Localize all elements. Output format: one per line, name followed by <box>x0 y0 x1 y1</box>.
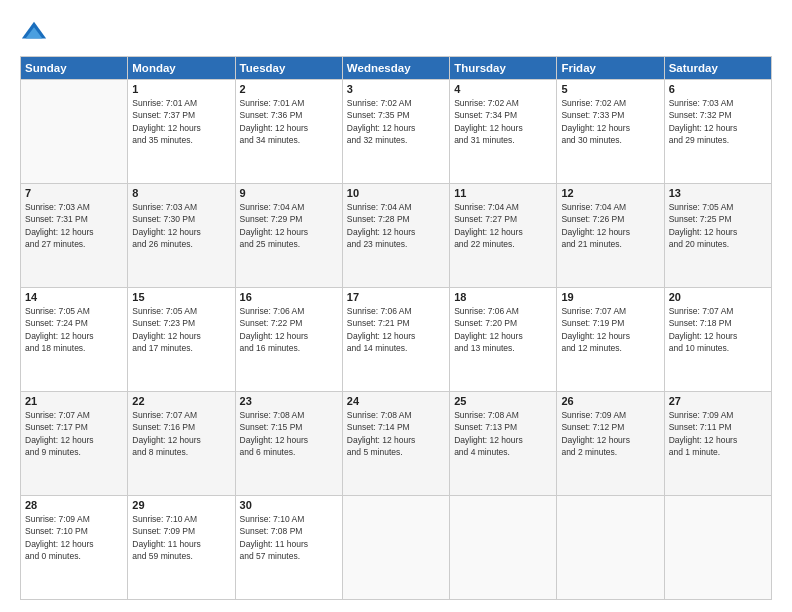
day-info: Sunrise: 7:06 AM Sunset: 7:21 PM Dayligh… <box>347 305 445 354</box>
day-number: 28 <box>25 499 123 511</box>
calendar-cell: 22Sunrise: 7:07 AM Sunset: 7:16 PM Dayli… <box>128 392 235 496</box>
day-info: Sunrise: 7:04 AM Sunset: 7:28 PM Dayligh… <box>347 201 445 250</box>
calendar-cell: 20Sunrise: 7:07 AM Sunset: 7:18 PM Dayli… <box>664 288 771 392</box>
calendar-week-row: 14Sunrise: 7:05 AM Sunset: 7:24 PM Dayli… <box>21 288 772 392</box>
calendar-cell: 25Sunrise: 7:08 AM Sunset: 7:13 PM Dayli… <box>450 392 557 496</box>
day-number: 22 <box>132 395 230 407</box>
day-info: Sunrise: 7:05 AM Sunset: 7:25 PM Dayligh… <box>669 201 767 250</box>
calendar-cell: 21Sunrise: 7:07 AM Sunset: 7:17 PM Dayli… <box>21 392 128 496</box>
weekday-header-monday: Monday <box>128 57 235 80</box>
day-info: Sunrise: 7:07 AM Sunset: 7:19 PM Dayligh… <box>561 305 659 354</box>
day-number: 4 <box>454 83 552 95</box>
day-info: Sunrise: 7:02 AM Sunset: 7:33 PM Dayligh… <box>561 97 659 146</box>
day-info: Sunrise: 7:02 AM Sunset: 7:34 PM Dayligh… <box>454 97 552 146</box>
day-info: Sunrise: 7:10 AM Sunset: 7:09 PM Dayligh… <box>132 513 230 562</box>
logo <box>20 18 52 46</box>
weekday-header-row: SundayMondayTuesdayWednesdayThursdayFrid… <box>21 57 772 80</box>
day-info: Sunrise: 7:03 AM Sunset: 7:31 PM Dayligh… <box>25 201 123 250</box>
weekday-header-wednesday: Wednesday <box>342 57 449 80</box>
day-info: Sunrise: 7:10 AM Sunset: 7:08 PM Dayligh… <box>240 513 338 562</box>
calendar-cell: 9Sunrise: 7:04 AM Sunset: 7:29 PM Daylig… <box>235 184 342 288</box>
calendar-cell: 7Sunrise: 7:03 AM Sunset: 7:31 PM Daylig… <box>21 184 128 288</box>
day-info: Sunrise: 7:01 AM Sunset: 7:37 PM Dayligh… <box>132 97 230 146</box>
calendar-cell <box>557 496 664 600</box>
day-info: Sunrise: 7:05 AM Sunset: 7:23 PM Dayligh… <box>132 305 230 354</box>
calendar-table: SundayMondayTuesdayWednesdayThursdayFrid… <box>20 56 772 600</box>
calendar-week-row: 21Sunrise: 7:07 AM Sunset: 7:17 PM Dayli… <box>21 392 772 496</box>
day-number: 6 <box>669 83 767 95</box>
day-number: 17 <box>347 291 445 303</box>
day-info: Sunrise: 7:03 AM Sunset: 7:32 PM Dayligh… <box>669 97 767 146</box>
day-number: 15 <box>132 291 230 303</box>
weekday-header-sunday: Sunday <box>21 57 128 80</box>
weekday-header-saturday: Saturday <box>664 57 771 80</box>
calendar-cell: 16Sunrise: 7:06 AM Sunset: 7:22 PM Dayli… <box>235 288 342 392</box>
day-number: 27 <box>669 395 767 407</box>
calendar-week-row: 28Sunrise: 7:09 AM Sunset: 7:10 PM Dayli… <box>21 496 772 600</box>
day-number: 16 <box>240 291 338 303</box>
calendar-cell: 26Sunrise: 7:09 AM Sunset: 7:12 PM Dayli… <box>557 392 664 496</box>
weekday-header-thursday: Thursday <box>450 57 557 80</box>
day-info: Sunrise: 7:09 AM Sunset: 7:12 PM Dayligh… <box>561 409 659 458</box>
calendar-cell <box>664 496 771 600</box>
weekday-header-tuesday: Tuesday <box>235 57 342 80</box>
calendar-cell: 5Sunrise: 7:02 AM Sunset: 7:33 PM Daylig… <box>557 80 664 184</box>
calendar-cell: 18Sunrise: 7:06 AM Sunset: 7:20 PM Dayli… <box>450 288 557 392</box>
calendar-cell: 12Sunrise: 7:04 AM Sunset: 7:26 PM Dayli… <box>557 184 664 288</box>
day-info: Sunrise: 7:01 AM Sunset: 7:36 PM Dayligh… <box>240 97 338 146</box>
logo-icon <box>20 18 48 46</box>
day-number: 23 <box>240 395 338 407</box>
day-number: 30 <box>240 499 338 511</box>
day-number: 26 <box>561 395 659 407</box>
day-number: 11 <box>454 187 552 199</box>
day-number: 18 <box>454 291 552 303</box>
day-number: 7 <box>25 187 123 199</box>
day-number: 13 <box>669 187 767 199</box>
day-info: Sunrise: 7:04 AM Sunset: 7:26 PM Dayligh… <box>561 201 659 250</box>
day-info: Sunrise: 7:08 AM Sunset: 7:14 PM Dayligh… <box>347 409 445 458</box>
day-number: 14 <box>25 291 123 303</box>
day-number: 19 <box>561 291 659 303</box>
calendar-cell: 17Sunrise: 7:06 AM Sunset: 7:21 PM Dayli… <box>342 288 449 392</box>
calendar-week-row: 7Sunrise: 7:03 AM Sunset: 7:31 PM Daylig… <box>21 184 772 288</box>
calendar-cell: 8Sunrise: 7:03 AM Sunset: 7:30 PM Daylig… <box>128 184 235 288</box>
day-number: 21 <box>25 395 123 407</box>
calendar-cell: 1Sunrise: 7:01 AM Sunset: 7:37 PM Daylig… <box>128 80 235 184</box>
calendar-cell <box>21 80 128 184</box>
calendar-cell: 28Sunrise: 7:09 AM Sunset: 7:10 PM Dayli… <box>21 496 128 600</box>
day-number: 24 <box>347 395 445 407</box>
day-info: Sunrise: 7:02 AM Sunset: 7:35 PM Dayligh… <box>347 97 445 146</box>
day-info: Sunrise: 7:06 AM Sunset: 7:20 PM Dayligh… <box>454 305 552 354</box>
page-header <box>20 18 772 46</box>
day-number: 20 <box>669 291 767 303</box>
day-info: Sunrise: 7:09 AM Sunset: 7:10 PM Dayligh… <box>25 513 123 562</box>
day-info: Sunrise: 7:07 AM Sunset: 7:16 PM Dayligh… <box>132 409 230 458</box>
calendar-cell: 30Sunrise: 7:10 AM Sunset: 7:08 PM Dayli… <box>235 496 342 600</box>
calendar-cell <box>450 496 557 600</box>
day-number: 25 <box>454 395 552 407</box>
weekday-header-friday: Friday <box>557 57 664 80</box>
calendar-cell: 19Sunrise: 7:07 AM Sunset: 7:19 PM Dayli… <box>557 288 664 392</box>
day-info: Sunrise: 7:09 AM Sunset: 7:11 PM Dayligh… <box>669 409 767 458</box>
day-info: Sunrise: 7:08 AM Sunset: 7:15 PM Dayligh… <box>240 409 338 458</box>
day-info: Sunrise: 7:06 AM Sunset: 7:22 PM Dayligh… <box>240 305 338 354</box>
day-number: 10 <box>347 187 445 199</box>
calendar-cell <box>342 496 449 600</box>
day-number: 29 <box>132 499 230 511</box>
day-info: Sunrise: 7:07 AM Sunset: 7:18 PM Dayligh… <box>669 305 767 354</box>
day-number: 3 <box>347 83 445 95</box>
day-info: Sunrise: 7:03 AM Sunset: 7:30 PM Dayligh… <box>132 201 230 250</box>
day-info: Sunrise: 7:08 AM Sunset: 7:13 PM Dayligh… <box>454 409 552 458</box>
day-number: 5 <box>561 83 659 95</box>
calendar-cell: 14Sunrise: 7:05 AM Sunset: 7:24 PM Dayli… <box>21 288 128 392</box>
day-number: 2 <box>240 83 338 95</box>
day-info: Sunrise: 7:05 AM Sunset: 7:24 PM Dayligh… <box>25 305 123 354</box>
day-number: 9 <box>240 187 338 199</box>
calendar-cell: 11Sunrise: 7:04 AM Sunset: 7:27 PM Dayli… <box>450 184 557 288</box>
calendar-cell: 29Sunrise: 7:10 AM Sunset: 7:09 PM Dayli… <box>128 496 235 600</box>
calendar-cell: 27Sunrise: 7:09 AM Sunset: 7:11 PM Dayli… <box>664 392 771 496</box>
calendar-cell: 3Sunrise: 7:02 AM Sunset: 7:35 PM Daylig… <box>342 80 449 184</box>
calendar-week-row: 1Sunrise: 7:01 AM Sunset: 7:37 PM Daylig… <box>21 80 772 184</box>
calendar-cell: 6Sunrise: 7:03 AM Sunset: 7:32 PM Daylig… <box>664 80 771 184</box>
calendar-cell: 15Sunrise: 7:05 AM Sunset: 7:23 PM Dayli… <box>128 288 235 392</box>
